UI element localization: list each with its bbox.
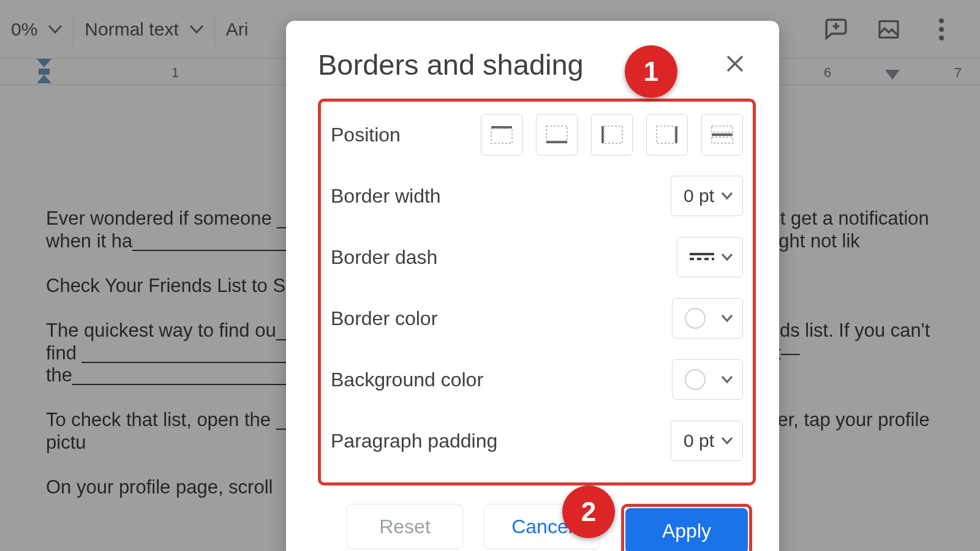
background-color-dropdown[interactable] xyxy=(672,359,743,400)
border-left-button[interactable] xyxy=(591,114,633,156)
svg-rect-8 xyxy=(491,126,512,129)
border-color-label: Border color xyxy=(331,307,437,330)
border-width-label: Border width xyxy=(331,185,441,208)
paragraph-padding-value: 0 pt xyxy=(684,430,714,451)
background-color-label: Background color xyxy=(331,369,483,391)
border-bottom-button[interactable] xyxy=(536,114,578,156)
border-dash-label: Border dash xyxy=(331,246,437,269)
svg-rect-13 xyxy=(604,126,622,143)
border-color-row: Border color xyxy=(331,296,743,340)
chevron-down-icon xyxy=(722,315,733,322)
border-between-button[interactable] xyxy=(701,114,743,156)
dash-preview-icon xyxy=(690,250,714,264)
border-width-value: 0 pt xyxy=(684,186,714,206)
svg-rect-15 xyxy=(657,126,675,143)
close-button[interactable] xyxy=(720,49,756,81)
svg-rect-11 xyxy=(546,126,567,141)
svg-rect-9 xyxy=(491,129,512,143)
color-swatch-icon xyxy=(685,369,706,390)
border-dash-dropdown[interactable] xyxy=(677,237,743,277)
apply-button[interactable]: Apply xyxy=(625,508,748,551)
background-color-row: Background color xyxy=(331,358,743,402)
paragraph-padding-dropdown[interactable]: 0 pt xyxy=(671,421,743,461)
svg-rect-16 xyxy=(712,133,733,136)
options-panel: Position Border wid xyxy=(318,99,756,485)
close-icon xyxy=(725,54,745,73)
color-swatch-icon xyxy=(685,308,706,329)
dialog-footer: Reset Cancel Apply xyxy=(318,485,756,551)
chevron-down-icon xyxy=(722,376,733,383)
paragraph-padding-label: Paragraph padding xyxy=(331,430,497,452)
annotation-badge-1: 1 xyxy=(625,45,677,98)
paragraph-padding-row: Paragraph padding 0 pt xyxy=(331,419,743,463)
reset-button[interactable]: Reset xyxy=(347,504,463,549)
border-right-button[interactable] xyxy=(646,114,688,156)
chevron-down-icon xyxy=(722,437,733,444)
position-buttons xyxy=(481,114,743,156)
svg-rect-18 xyxy=(712,137,733,143)
border-dash-row: Border dash xyxy=(331,235,743,279)
chevron-down-icon xyxy=(722,192,733,200)
position-row: Position xyxy=(331,113,743,157)
borders-shading-dialog: Borders and shading Position xyxy=(286,21,779,551)
position-label: Position xyxy=(331,124,401,146)
chevron-down-icon xyxy=(722,253,733,261)
dialog-title: Borders and shading xyxy=(318,48,584,81)
border-width-row: Border width 0 pt xyxy=(331,174,743,218)
border-color-dropdown[interactable] xyxy=(672,298,743,339)
annotation-badge-2: 2 xyxy=(562,485,615,538)
svg-rect-17 xyxy=(712,126,733,132)
dialog-header: Borders and shading xyxy=(318,48,756,81)
border-width-dropdown[interactable]: 0 pt xyxy=(671,176,743,216)
apply-highlight: Apply xyxy=(621,504,752,551)
border-top-button[interactable] xyxy=(481,114,522,156)
